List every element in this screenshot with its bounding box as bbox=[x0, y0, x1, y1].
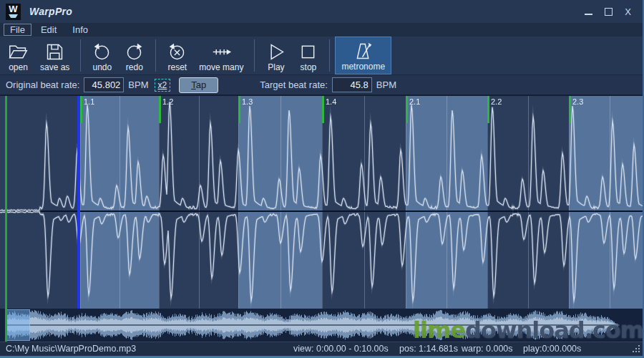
toolbar-button-label: move many bbox=[199, 62, 243, 73]
beat-label-2.3: 2.3 bbox=[572, 97, 583, 106]
toolbar-separator bbox=[254, 39, 255, 72]
metronome-icon bbox=[353, 41, 374, 62]
save-icon bbox=[44, 42, 65, 62]
toolbar-button-label: metronome bbox=[341, 62, 385, 72]
title-bar: W WarpPro X bbox=[0, 0, 644, 23]
main-waveform-area: 1.11.21.31.42.12.22.3 bbox=[0, 95, 644, 309]
tap-button[interactable]: Tap bbox=[179, 77, 218, 93]
beat-marker-1.1[interactable] bbox=[80, 96, 82, 123]
tap-button-rest: ap bbox=[196, 79, 206, 90]
overview-start-marker[interactable] bbox=[5, 309, 7, 342]
resize-grip-icon[interactable] bbox=[633, 345, 640, 353]
move-many-icon bbox=[211, 42, 232, 62]
beat-label-1.1: 1.1 bbox=[84, 97, 94, 106]
song-start-marker[interactable] bbox=[5, 96, 7, 309]
beat-label-1.2: 1.2 bbox=[162, 97, 173, 106]
menu-bar: File Edit Info bbox=[0, 23, 644, 37]
menu-file[interactable]: File bbox=[4, 24, 31, 36]
toolbar-button-move-many[interactable]: move many bbox=[193, 37, 249, 74]
original-bpm-input[interactable] bbox=[84, 77, 124, 92]
status-position: pos: 1:14.681s bbox=[399, 344, 458, 354]
redo-icon bbox=[124, 42, 145, 62]
original-bpm-unit: BPM bbox=[128, 79, 148, 90]
beat-marker-2.3[interactable] bbox=[569, 96, 571, 123]
status-play-time: play:0:00.000s bbox=[523, 344, 581, 354]
status-file-path: C:\My Music\WarpProDemo.mp3 bbox=[6, 344, 136, 354]
beat-marker-1.3[interactable] bbox=[238, 96, 240, 123]
warppro-window: W WarpPro X File Edit Info opensave asun… bbox=[0, 0, 644, 358]
status-bar: C:\My Music\WarpProDemo.mp3 view: 0:00.0… bbox=[0, 342, 644, 358]
toolbar-button-label: stop bbox=[301, 62, 317, 73]
beat-marker-2.2[interactable] bbox=[487, 96, 489, 123]
beat-label-1.4: 1.4 bbox=[326, 97, 336, 106]
main-waveform-canvas[interactable] bbox=[0, 96, 644, 309]
toolbar-button-label: save as bbox=[40, 62, 69, 73]
minimize-button[interactable] bbox=[585, 8, 592, 15]
toolbar-button-label: open bbox=[9, 62, 28, 73]
reset-icon bbox=[167, 42, 187, 62]
status-warp: warp: 0.000s bbox=[462, 344, 513, 354]
overview-view-selection[interactable] bbox=[6, 309, 30, 341]
window-title: WarpPro bbox=[29, 6, 72, 17]
target-beat-rate-label: Target beat rate: bbox=[260, 79, 328, 90]
toolbar-button-label: undo bbox=[93, 62, 112, 73]
target-bpm-input[interactable] bbox=[332, 77, 372, 92]
app-logo: W bbox=[6, 4, 21, 20]
playhead[interactable] bbox=[77, 96, 80, 309]
toolbar-button-stop[interactable]: stop bbox=[292, 37, 324, 74]
window-controls: X bbox=[585, 7, 638, 16]
toolbar-button-label: Play bbox=[268, 62, 284, 73]
open-folder-icon bbox=[8, 42, 29, 62]
x2-button[interactable]: x2 bbox=[155, 79, 171, 92]
toolbar-button-label: reset bbox=[168, 62, 187, 73]
toolbar-button-reset[interactable]: reset bbox=[161, 37, 193, 74]
maximize-button[interactable] bbox=[605, 8, 613, 16]
toolbar-button-metronome[interactable]: metronome bbox=[335, 37, 391, 74]
beat-label-2.1: 2.1 bbox=[409, 97, 420, 106]
play-icon bbox=[265, 42, 286, 62]
app-logo-letter: W bbox=[9, 5, 17, 14]
overview-waveform-canvas[interactable] bbox=[0, 309, 644, 342]
toolbar-separator bbox=[329, 39, 330, 72]
beat-marker-1.4[interactable] bbox=[322, 96, 324, 123]
toolbar-button-save-as[interactable]: save as bbox=[34, 37, 75, 74]
target-bpm-unit: BPM bbox=[376, 79, 396, 90]
stop-icon bbox=[298, 42, 318, 62]
toolbar-button-label: redo bbox=[126, 62, 143, 73]
toolbar-separator bbox=[155, 39, 156, 72]
beat-label-2.2: 2.2 bbox=[491, 97, 502, 106]
undo-icon bbox=[92, 42, 112, 62]
original-beat-rate-label: Original beat rate: bbox=[6, 79, 79, 90]
menu-info[interactable]: Info bbox=[66, 24, 94, 36]
close-button[interactable]: X bbox=[625, 7, 631, 16]
beat-marker-1.2[interactable] bbox=[159, 96, 161, 123]
toolbar: opensave asundoredoresetmove manyPlaysto… bbox=[0, 37, 644, 74]
menu-edit[interactable]: Edit bbox=[34, 24, 63, 36]
beat-label-1.3: 1.3 bbox=[242, 97, 253, 106]
toolbar-button-redo[interactable]: redo bbox=[118, 37, 150, 74]
status-view-range: view: 0:00.00 - 0:10.00s bbox=[293, 344, 389, 354]
toolbar-button-open[interactable]: open bbox=[2, 37, 34, 74]
beat-rate-bar: Original beat rate: BPM x2 Tap Target be… bbox=[0, 74, 644, 95]
toolbar-button-play[interactable]: Play bbox=[260, 37, 292, 74]
beat-marker-2.1[interactable] bbox=[406, 96, 408, 123]
toolbar-button-undo[interactable]: undo bbox=[86, 37, 118, 74]
overview-strip bbox=[0, 309, 644, 342]
toolbar-separator bbox=[80, 39, 81, 72]
app-logo-base bbox=[9, 14, 18, 18]
